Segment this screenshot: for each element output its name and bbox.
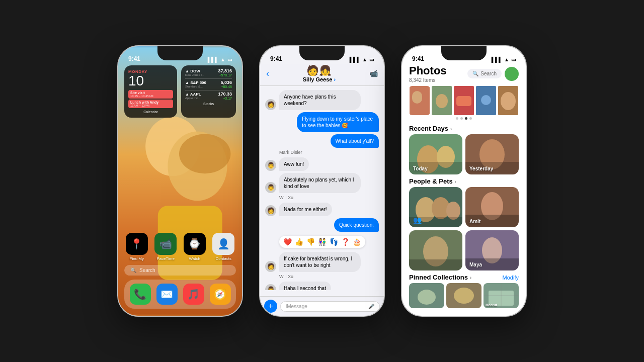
watch-app[interactable]: ⌚ Watch xyxy=(182,233,207,261)
strip-photo-5[interactable] xyxy=(498,86,519,115)
svg-rect-10 xyxy=(456,96,471,106)
msg-avatar-8: 🧑 xyxy=(265,205,276,216)
modify-button[interactable]: Modify xyxy=(503,275,519,281)
recent-days-grid: Today Yesterday xyxy=(402,134,526,174)
search-label: Search xyxy=(139,267,155,273)
group-card[interactable]: 👥 xyxy=(409,187,462,227)
sender-label-3: Will Xu xyxy=(279,274,379,279)
msg-avatar-6: 👨 xyxy=(265,182,276,193)
battery-icon-2: ▭ xyxy=(369,57,374,62)
compass-app[interactable]: 🧭 xyxy=(208,284,232,305)
svg-rect-6 xyxy=(412,91,422,104)
tapback-reactions[interactable]: ❤️ 👍 👎 👫 👣 ❓ 🎂 xyxy=(279,236,365,248)
dot-2 xyxy=(460,117,463,120)
message-11-text: If cake for breakfast is wrong, I don't … xyxy=(284,256,352,268)
messages-screen: 9:41 ▌▌▌ ▲ ▭ ‹ 🧑 👧 Silly Geese › 📹 xyxy=(260,46,384,316)
message-row-2: Flying down to my sister's place to see … xyxy=(265,112,379,132)
recent-days-title: Recent Days › xyxy=(409,125,452,132)
react-cake[interactable]: 🎂 xyxy=(353,238,361,246)
pinned-item-1[interactable] xyxy=(409,283,444,308)
photos-screen: 9:41 ▌▌▌ ▲ ▭ Photos 8,342 Items 🔍 Search xyxy=(402,46,526,316)
stock-1-change: +570.17 xyxy=(218,73,232,77)
pinned-collections-header: Pinned Collections › Modify xyxy=(402,270,526,283)
recent-days-header: Recent Days › xyxy=(402,122,526,134)
find-my-label: Find My xyxy=(130,256,144,261)
mail-app[interactable]: ✉️ xyxy=(155,284,179,305)
avatar-2: 👧 xyxy=(319,64,332,76)
svg-point-12 xyxy=(481,95,491,105)
message-row-9: Quick question: xyxy=(265,218,379,232)
stock-2-sub: Standard &... xyxy=(185,85,206,88)
stock-row-2: ▲ S&P 500 Standard &... 5,036 +80.48 xyxy=(185,80,232,88)
react-thumbsdown[interactable]: 👎 xyxy=(306,238,315,246)
mic-icon[interactable]: 🎤 xyxy=(368,304,374,309)
stock-3-name: ▲ AAPL xyxy=(185,92,201,97)
iphone-photos: 9:41 ▌▌▌ ▲ ▭ Photos 8,342 Items 🔍 Search xyxy=(401,45,527,317)
message-9-text: Quick question: xyxy=(339,222,374,228)
back-button[interactable]: ‹ xyxy=(266,68,269,79)
group-name-text: Silly Geese xyxy=(303,76,333,82)
calendar-label: Calendar xyxy=(128,110,173,114)
react-question[interactable]: ❓ xyxy=(341,238,350,246)
phone-app[interactable]: 📞 xyxy=(128,284,152,305)
contacts-app[interactable]: 👤 Contacts xyxy=(211,233,236,261)
strip-photo-1[interactable] xyxy=(409,86,430,115)
yesterday-card[interactable]: Yesterday xyxy=(465,134,519,174)
calendar-widget[interactable]: MONDAY 10 Site visit 10:15 – 10:45AM Lun… xyxy=(124,65,177,118)
person-card-3[interactable] xyxy=(409,230,462,270)
message-input-field[interactable]: iMessage 🎤 xyxy=(280,301,380,312)
message-2-text: Flying down to my sister's place to see … xyxy=(302,116,373,128)
status-icons: ▌▌▌ ▲ ▭ xyxy=(208,57,232,62)
react-footprints[interactable]: 👣 xyxy=(330,238,338,246)
react-thumbsup[interactable]: 👍 xyxy=(295,238,303,246)
status-icons-2: ▌▌▌ ▲ ▭ xyxy=(350,57,374,62)
svg-point-3 xyxy=(179,134,230,174)
status-bar-2: 9:41 ▌▌▌ ▲ ▭ xyxy=(260,46,384,64)
photos-top-actions: 🔍 Search xyxy=(467,67,519,81)
msg-avatar-11: 🧑 xyxy=(265,261,276,272)
strip-photo-2[interactable] xyxy=(431,86,452,115)
message-row-8: 🧑 Nada for me either! xyxy=(265,203,379,216)
message-row-13: 👨 Haha I second that xyxy=(265,282,379,290)
compass-icon: 🧭 xyxy=(210,284,231,305)
recent-days-title-text: Recent Days xyxy=(409,125,448,132)
stock-1-name: ▲ DOW xyxy=(185,69,204,73)
search-bar[interactable]: 🔍 Search xyxy=(124,265,236,276)
messages-header: ‹ 🧑 👧 Silly Geese › 📹 xyxy=(260,64,384,86)
strip-photo-4[interactable] xyxy=(475,86,497,115)
stocks-widget[interactable]: ▲ DOW Dow Jones I... 37,816 +570.17 ▲ S&… xyxy=(181,65,236,118)
music-app[interactable]: 🎵 xyxy=(182,284,205,305)
video-call-button[interactable]: 📹 xyxy=(369,69,378,77)
strip-photo-3[interactable] xyxy=(453,86,474,115)
svg-point-39 xyxy=(454,288,474,304)
message-3: What about y'all? xyxy=(331,134,379,148)
react-people[interactable]: 👫 xyxy=(318,238,327,246)
amit-card[interactable]: Amit xyxy=(465,187,519,227)
battery-icon: ▭ xyxy=(227,57,232,62)
user-avatar[interactable] xyxy=(505,67,519,81)
iphone-messages: 9:41 ▌▌▌ ▲ ▭ ‹ 🧑 👧 Silly Geese › 📹 xyxy=(259,45,385,317)
stocks-label: Stocks xyxy=(185,102,232,106)
pinned-item-2[interactable] xyxy=(446,283,481,308)
group-name: Silly Geese › xyxy=(303,76,336,82)
today-card[interactable]: Today xyxy=(409,134,462,174)
mail-icon: ✉️ xyxy=(156,284,178,305)
widgets-area: MONDAY 10 Site visit 10:15 – 10:45AM Lun… xyxy=(118,65,242,118)
scroll-dots xyxy=(402,115,526,122)
facetime-app[interactable]: 📹 FaceTime xyxy=(153,233,179,261)
add-button[interactable]: + xyxy=(264,300,277,313)
watch-icon: ⌚ xyxy=(184,233,206,255)
message-5: Aww fun! xyxy=(279,157,309,171)
pinned-item-meerut[interactable]: Meerut xyxy=(484,283,519,308)
photos-search-button[interactable]: 🔍 Search xyxy=(467,69,502,78)
react-heart[interactable]: ❤️ xyxy=(283,238,292,246)
wifi-icon-3: ▲ xyxy=(504,57,509,62)
stock-2-name: ▲ S&P 500 xyxy=(185,80,206,85)
stock-2-change: +80.48 xyxy=(220,85,232,88)
message-8-text: Nada for me either! xyxy=(284,207,327,212)
find-my-app[interactable]: 📍 Find My xyxy=(124,233,149,261)
stock-1-sub: Dow Jones I... xyxy=(185,73,204,76)
event-2-name: Lunch with Andy xyxy=(130,101,171,104)
stock-row-1: ▲ DOW Dow Jones I... 37,816 +570.17 xyxy=(185,68,232,77)
maya-card[interactable]: Maya xyxy=(465,230,519,270)
